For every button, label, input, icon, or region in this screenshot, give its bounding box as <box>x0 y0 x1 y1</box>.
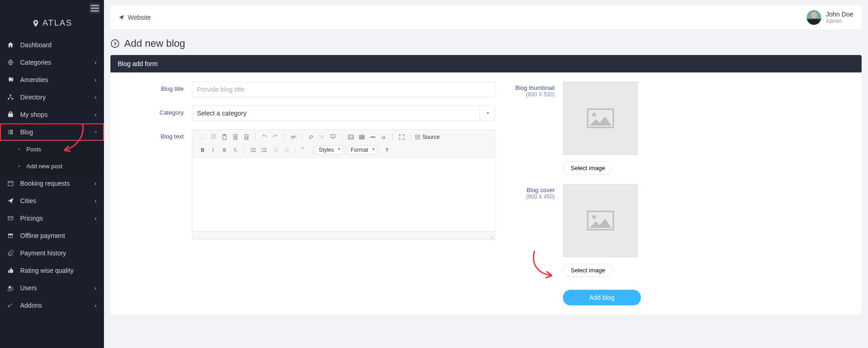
calendar-icon <box>6 180 15 187</box>
resize-grip[interactable] <box>489 234 494 238</box>
sidebar-sub-posts[interactable]: •Posts <box>0 141 104 158</box>
indent-icon[interactable] <box>281 145 291 155</box>
arrow-circle-icon <box>110 39 120 48</box>
cover-preview <box>563 184 638 257</box>
image-placeholder-icon <box>586 210 615 232</box>
hr-icon[interactable] <box>368 132 378 142</box>
sidebar-item-dashboard[interactable]: Dashboard <box>0 36 104 54</box>
copy-icon[interactable] <box>208 132 218 142</box>
bag-icon <box>6 111 15 118</box>
sidebar-item-directory[interactable]: Directory <box>0 88 104 106</box>
svg-text:I: I <box>212 147 213 153</box>
avatar <box>807 10 821 25</box>
italic-icon[interactable]: I <box>208 145 218 155</box>
sidebar-item-label: Booking requests <box>20 180 94 187</box>
sidebar-item-label: Dashboard <box>20 41 98 49</box>
title-input[interactable] <box>192 82 495 97</box>
bullet-list-icon[interactable] <box>259 145 269 155</box>
archive-icon <box>6 232 15 239</box>
image-icon[interactable] <box>346 132 356 142</box>
chevron-right-icon <box>94 111 98 118</box>
sidebar-sub-add-new-post[interactable]: •Add new post <box>0 158 104 175</box>
sidebar-item-label: My shops <box>20 111 94 118</box>
add-blog-button[interactable]: Add blog <box>563 290 641 305</box>
source-button[interactable]: Source <box>412 133 442 141</box>
select-thumb-button[interactable]: Select image <box>563 161 613 175</box>
paste-word-icon[interactable]: W <box>241 132 251 142</box>
menu-toggle[interactable] <box>89 3 100 14</box>
svg-point-11 <box>9 286 11 288</box>
select-cover-button[interactable]: Select image <box>563 264 613 277</box>
clip-icon <box>6 250 15 256</box>
sidebar-item-payment-history[interactable]: Payment history <box>0 244 104 262</box>
page-title: Add new blog <box>124 38 185 50</box>
editor-body[interactable] <box>192 158 495 231</box>
svg-point-45 <box>592 215 596 219</box>
sidebar-item-rating-wise-quality[interactable]: Rating wise quality <box>0 262 104 279</box>
remove-format-icon[interactable]: Tx <box>230 145 240 155</box>
sidebar-item-amenities[interactable]: Amenities <box>0 71 104 88</box>
like-icon <box>6 267 15 274</box>
svg-text:3: 3 <box>251 150 252 153</box>
main: Website John Doe Admin Add new blog Blog… <box>104 0 868 348</box>
sidebar-item-label: Amenities <box>20 76 94 83</box>
outdent-icon[interactable] <box>270 145 280 155</box>
special-char-icon[interactable]: Ω <box>379 132 389 142</box>
sidebar-item-booking-requests[interactable]: Booking requests <box>0 175 104 192</box>
title-label: Blog title <box>129 82 184 97</box>
undo-icon[interactable] <box>259 132 269 142</box>
thumb-dim: (800 X 533) <box>513 91 555 98</box>
cut-icon[interactable] <box>197 132 207 142</box>
svg-point-25 <box>349 136 350 137</box>
redo-icon[interactable] <box>270 132 280 142</box>
maximize-icon[interactable] <box>397 132 407 142</box>
link-icon[interactable] <box>306 132 316 142</box>
svg-text:”: ” <box>302 147 304 153</box>
sidebar-item-label: Rating wise quality <box>20 267 98 274</box>
sidebar-item-blog[interactable]: Blog <box>0 123 104 141</box>
plane-icon <box>6 198 15 204</box>
brand[interactable]: ATLAS <box>0 17 104 36</box>
sidebar-item-categories[interactable]: Categories <box>0 54 104 71</box>
source-label: Source <box>422 134 440 140</box>
chevron-right-icon <box>94 197 98 204</box>
chevron-down-icon <box>94 128 98 136</box>
category-select[interactable]: Select a category <box>192 105 495 121</box>
paste-text-icon[interactable] <box>230 132 240 142</box>
bold-icon[interactable]: B <box>197 145 207 155</box>
sidebar-item-cities[interactable]: Cities <box>0 192 104 210</box>
chevron-right-icon <box>94 94 98 101</box>
paste-icon[interactable] <box>219 132 229 142</box>
blockquote-icon[interactable]: ” <box>299 145 309 155</box>
sidebar-item-label: Categories <box>20 59 94 66</box>
paper-plane-icon <box>119 15 124 20</box>
anchor-icon[interactable] <box>328 132 338 142</box>
table-icon[interactable] <box>357 132 367 142</box>
styles-select[interactable]: Styles <box>316 145 343 155</box>
sidebar-item-label: Pricings <box>20 215 94 222</box>
sidebar-item-label: Users <box>20 284 94 292</box>
svg-text:2: 2 <box>11 303 12 306</box>
chevron-right-icon <box>94 59 98 66</box>
svg-rect-1 <box>91 8 99 9</box>
chevron-right-icon <box>94 302 98 309</box>
svg-rect-18 <box>224 134 225 136</box>
number-list-icon[interactable]: 123 <box>248 145 258 155</box>
sidebar-item-my-shops[interactable]: My shops <box>0 106 104 123</box>
chevron-right-icon <box>94 180 98 187</box>
unlink-icon[interactable] <box>317 132 327 142</box>
spellcheck-icon[interactable]: ABC <box>288 132 298 142</box>
format-select[interactable]: Format <box>348 145 377 155</box>
sidebar-item-addons[interactable]: x2Addons <box>0 297 104 314</box>
help-icon[interactable]: ? <box>382 145 392 155</box>
svg-point-4 <box>10 94 11 96</box>
sidebar-item-users[interactable]: Users <box>0 279 104 297</box>
user-menu[interactable]: John Doe Admin <box>807 10 853 25</box>
svg-rect-2 <box>91 11 99 12</box>
svg-rect-8 <box>8 217 13 220</box>
card-icon <box>6 215 15 221</box>
website-link[interactable]: Website <box>119 14 151 21</box>
sidebar-item-offline-payment[interactable]: Offline payment <box>0 227 104 244</box>
strike-icon[interactable]: S <box>219 145 229 155</box>
sidebar-item-pricings[interactable]: Pricings <box>0 210 104 227</box>
